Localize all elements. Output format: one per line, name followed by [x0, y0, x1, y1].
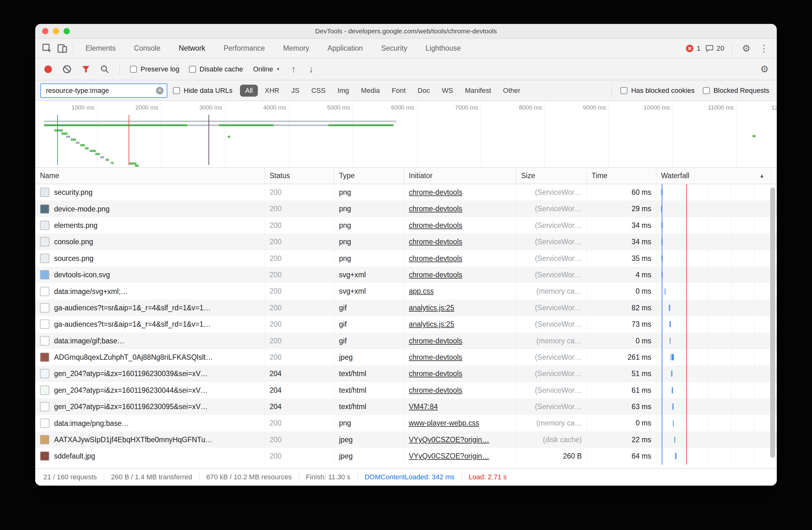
settings-gear-icon[interactable]: ⚙: [740, 42, 753, 55]
filter-pill-all[interactable]: All: [240, 85, 258, 97]
table-row[interactable]: device-mode.png 200 png chrome-devtools …: [35, 200, 777, 217]
filter-pill-img[interactable]: Img: [332, 85, 354, 97]
initiator-cell: analytics.js:25: [404, 316, 517, 332]
table-row[interactable]: data:image/svg+xml;… 200 svg+xml app.css…: [35, 283, 777, 299]
initiator-link[interactable]: chrome-devtools: [409, 271, 462, 279]
throttling-select[interactable]: Online ▾: [250, 65, 283, 73]
error-count-badge[interactable]: 1: [685, 44, 700, 53]
initiator-link[interactable]: www-player-webp.css: [409, 419, 479, 427]
inspect-element-icon[interactable]: [40, 41, 55, 56]
request-name: device-mode.png: [54, 201, 260, 217]
close-window-button[interactable]: [42, 28, 48, 34]
record-button[interactable]: [41, 62, 55, 76]
divider: [611, 85, 612, 96]
disable-cache-checkbox[interactable]: Disable cache: [189, 65, 243, 73]
table-row[interactable]: ADGmqu8qexLZuhphT_0Aj88Ng8riLFKASQlslt… …: [35, 349, 777, 365]
initiator-link[interactable]: analytics.js:25: [409, 304, 454, 312]
preserve-log-checkbox[interactable]: Preserve log: [130, 65, 179, 73]
table-row[interactable]: ga-audiences?t=sr&aip=1&_r=4&slf_rd=1&v=…: [35, 299, 777, 316]
status-cell: 200: [265, 333, 334, 349]
initiator-link[interactable]: analytics.js:25: [409, 320, 454, 328]
initiator-link[interactable]: chrome-devtools: [409, 221, 462, 229]
time-cell: 34 ms: [587, 234, 656, 250]
table-row[interactable]: data:image/png;base… 200 png www-player-…: [35, 415, 777, 431]
table-row[interactable]: elements.png 200 png chrome-devtools (Se…: [35, 217, 777, 234]
type-cell: png: [334, 415, 404, 431]
hide-data-urls-checkbox[interactable]: Hide data URLs: [173, 86, 232, 95]
tab-security[interactable]: Security: [372, 39, 416, 58]
size-cell: (ServiceWor…: [517, 267, 587, 283]
table-row[interactable]: AATXAJywSIpD1jf4EbqHXTfbe0mnyHqGFNTu… 20…: [35, 432, 777, 448]
clear-button[interactable]: [60, 62, 74, 76]
initiator-link[interactable]: chrome-devtools: [409, 369, 462, 378]
filter-pill-font[interactable]: Font: [387, 85, 411, 97]
tab-lighthouse[interactable]: Lighthouse: [416, 39, 470, 58]
filter-pill-js[interactable]: JS: [286, 85, 304, 97]
filter-pill-doc[interactable]: Doc: [412, 85, 435, 97]
clear-filter-icon[interactable]: ✕: [156, 87, 163, 94]
table-row[interactable]: gen_204?atyp=i&zx=1601196230044&sei=xV… …: [35, 382, 777, 399]
column-header-type[interactable]: Type: [334, 168, 404, 184]
initiator-link[interactable]: VM47:84: [409, 403, 438, 411]
export-har-icon[interactable]: ↓: [304, 62, 318, 76]
request-name: sddefault.jpg: [54, 448, 260, 464]
column-header-name[interactable]: Name: [35, 168, 265, 184]
initiator-link[interactable]: app.css: [409, 287, 434, 295]
initiator-link[interactable]: chrome-devtools: [409, 353, 462, 361]
tab-elements[interactable]: Elements: [76, 39, 125, 58]
initiator-link[interactable]: chrome-devtools: [409, 337, 462, 345]
network-settings-gear-icon[interactable]: ⚙: [758, 62, 771, 76]
overview-activity-bar: [44, 124, 187, 126]
type-cell: gif: [334, 333, 404, 349]
table-row[interactable]: data:image/gif;base… 200 gif chrome-devt…: [35, 333, 777, 349]
tab-application[interactable]: Application: [318, 39, 372, 58]
search-button[interactable]: [98, 62, 112, 76]
filter-pill-css[interactable]: CSS: [306, 85, 331, 97]
filter-pill-other[interactable]: Other: [498, 85, 525, 97]
column-header-status[interactable]: Status: [265, 168, 334, 184]
initiator-link[interactable]: chrome-devtools: [409, 386, 462, 394]
table-row[interactable]: sources.png 200 png chrome-devtools (Ser…: [35, 250, 777, 267]
initiator-link[interactable]: VYyQv0CSZOE?origin…: [409, 452, 489, 460]
column-header-size[interactable]: Size: [517, 168, 587, 184]
tab-memory[interactable]: Memory: [274, 39, 318, 58]
filter-toggle-button[interactable]: [78, 62, 93, 76]
table-row[interactable]: devtools-icon.svg 200 svg+xml chrome-dev…: [35, 267, 777, 283]
device-toolbar-icon[interactable]: [55, 41, 70, 56]
initiator-link[interactable]: chrome-devtools: [409, 188, 462, 196]
table-row[interactable]: sddefault.jpg 200 jpeg VYyQv0CSZOE?origi…: [35, 448, 777, 464]
type-cell: text/html: [334, 365, 404, 382]
table-row[interactable]: console.png 200 png chrome-devtools (Ser…: [35, 234, 777, 250]
console-message-badge[interactable]: 20: [705, 44, 724, 53]
table-row[interactable]: ga-audiences?t=sr&aip=1&_r=4&slf_rd=1&v=…: [35, 316, 777, 332]
tab-network[interactable]: Network: [170, 39, 214, 58]
table-row[interactable]: gen_204?atyp=i&zx=1601196230039&sei=xV… …: [35, 365, 777, 382]
blocked-requests-checkbox[interactable]: Blocked Requests: [703, 86, 769, 95]
table-row[interactable]: gen_204?atyp=i&zx=1601196230095&sei=xV… …: [35, 399, 777, 415]
tab-console[interactable]: Console: [125, 39, 170, 58]
filter-pill-manifest[interactable]: Manifest: [460, 85, 496, 97]
tab-performance[interactable]: Performance: [215, 39, 274, 58]
fullscreen-window-button[interactable]: [63, 28, 70, 34]
has-blocked-cookies-checkbox[interactable]: Has blocked cookies: [621, 86, 695, 95]
initiator-link[interactable]: VYyQv0CSZOE?origin…: [409, 436, 489, 444]
column-header-waterfall[interactable]: Waterfall▲: [656, 168, 777, 184]
initiator-link[interactable]: chrome-devtools: [409, 238, 462, 246]
column-header-initiator[interactable]: Initiator: [404, 168, 517, 184]
filter-pill-media[interactable]: Media: [356, 85, 385, 97]
minimize-window-button[interactable]: [53, 28, 59, 34]
import-har-icon[interactable]: ↑: [287, 62, 300, 76]
network-overview-timeline[interactable]: 1000 ms2000 ms3000 ms4000 ms5000 ms6000 …: [35, 101, 777, 167]
column-header-time[interactable]: Time: [587, 168, 656, 184]
filter-pill-xhr[interactable]: XHR: [260, 85, 284, 97]
initiator-link[interactable]: chrome-devtools: [409, 254, 462, 263]
filter-input[interactable]: [45, 86, 156, 95]
more-options-icon[interactable]: ⋮: [757, 42, 770, 55]
overview-activity-bar: [219, 124, 274, 126]
initiator-link[interactable]: chrome-devtools: [409, 205, 462, 213]
table-row[interactable]: security.png 200 png chrome-devtools (Se…: [35, 184, 777, 200]
overview-time-label: 4000 ms: [223, 104, 286, 111]
size-cell: (ServiceWor…: [517, 184, 587, 200]
filter-pill-ws[interactable]: WS: [437, 85, 458, 97]
vertical-scrollbar[interactable]: [770, 187, 775, 458]
